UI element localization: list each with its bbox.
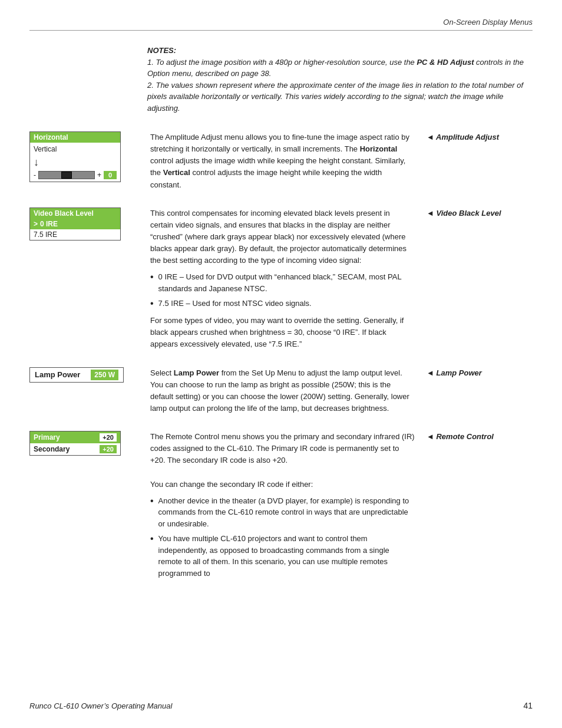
rc-primary-label: Primary <box>34 433 100 442</box>
slider-minus: - <box>34 171 36 179</box>
page-header: On-Screen Display Menus <box>29 18 533 27</box>
slider-thumb <box>61 172 72 179</box>
vbl-section: Video Black Level > 0 IRE 7.5 IRE This c… <box>29 207 533 351</box>
page-container: On-Screen Display Menus NOTES: 1. To adj… <box>0 0 562 728</box>
slider-track <box>38 171 95 179</box>
amplitude-vertical-bold: Vertical <box>163 168 190 177</box>
vbl-menu-header: Video Black Level <box>30 208 120 219</box>
vbl-selected-arrow: > <box>34 220 38 228</box>
lamp-right-label: Lamp Power <box>427 367 533 377</box>
amplitude-menu-box: Horizontal Vertical ↓ - + 0 <box>29 131 121 182</box>
vbl-description: This control compensates for incoming el… <box>150 207 415 351</box>
header-title: On-Screen Display Menus <box>443 18 533 27</box>
amplitude-left-panel: Horizontal Vertical ↓ - + 0 <box>29 131 138 182</box>
note-1: 1. To adjust the image position with a 4… <box>147 58 524 78</box>
rc-right-label: Remote Control <box>427 431 533 441</box>
lamp-value: 250 W <box>91 370 118 380</box>
lamp-label: Lamp Power <box>35 370 80 379</box>
amplitude-description: The Amplitude Adjust menu allows you to … <box>150 131 415 191</box>
bullet-dot-1: • <box>150 271 154 284</box>
notes-section: NOTES: 1. To adjust the image position w… <box>147 45 533 114</box>
rc-bullet-1-text: Another device in the theater (a DVD pla… <box>158 495 415 530</box>
lamp-left-panel: Lamp Power 250 W <box>29 367 138 383</box>
vbl-bullet-1: • 0 IRE – Used for DVD output with “enha… <box>150 271 415 294</box>
rc-menu-box: Primary +20 Secondary +20 <box>29 431 121 456</box>
vbl-desc-after: For some types of video, you may want to… <box>150 316 404 348</box>
note-1-bold: PC & HD Adjust <box>416 58 474 67</box>
amplitude-menu-header: Horizontal <box>30 132 120 143</box>
lamp-menu-box: Lamp Power 250 W <box>29 367 124 383</box>
footer-left: Runco CL-610 Owner’s Operating Manual <box>29 701 172 710</box>
vbl-right-label: Video Black Level <box>427 207 533 218</box>
vbl-75ire-label: 7.5 IRE <box>34 230 57 239</box>
slider-plus: + <box>97 171 101 179</box>
rc-bullet-list: • Another device in the theater (a DVD p… <box>150 495 415 579</box>
amplitude-vertical-item: Vertical <box>34 145 117 156</box>
vbl-desc-text: This control compensates for incoming el… <box>150 209 406 265</box>
vbl-bullet-1-text: 0 IRE – Used for DVD output with “enhanc… <box>158 271 415 294</box>
lamp-description: Select Lamp Power from the Set Up Menu t… <box>150 367 415 415</box>
rc-secondary-value: +20 <box>100 445 117 453</box>
amplitude-right-label: Amplitude Adjust <box>427 131 533 141</box>
notes-title: NOTES: <box>147 46 176 55</box>
amplitude-adjust-section: Horizontal Vertical ↓ - + 0 The Amplitud… <box>29 131 533 191</box>
vbl-item-75ire: 7.5 IRE <box>30 229 120 240</box>
page-footer: Runco CL-610 Owner’s Operating Manual 41 <box>29 701 533 710</box>
rc-primary-row: Primary +20 <box>30 431 120 443</box>
amplitude-horizontal-bold: Horizontal <box>360 144 398 153</box>
lamp-bold: Lamp Power <box>174 368 219 377</box>
amplitude-arrow-down: ↓ <box>34 156 117 169</box>
vbl-bullet-2: • 7.5 IRE – Used for most NTSC video sig… <box>150 298 415 310</box>
lamp-section: Lamp Power 250 W Select Lamp Power from … <box>29 367 533 415</box>
footer-page-number: 41 <box>523 701 533 710</box>
vbl-item-0ire-selected: > 0 IRE <box>30 219 120 229</box>
rc-secondary-row: Secondary +20 <box>30 443 120 455</box>
rc-bullet-1: • Another device in the theater (a DVD p… <box>150 495 415 530</box>
rc-bullet-dot-2: • <box>150 533 154 545</box>
slider-value: 0 <box>104 171 117 179</box>
rc-bullet-2: • You have multiple CL-610 projectors an… <box>150 533 415 579</box>
rc-desc-part1: The Remote Control menu shows you the pr… <box>150 432 415 465</box>
vbl-menu-box: Video Black Level > 0 IRE 7.5 IRE <box>29 207 121 241</box>
vbl-0ire-label: 0 IRE <box>40 220 58 228</box>
bullet-dot-2: • <box>150 298 154 310</box>
rc-bullet-dot-1: • <box>150 495 154 508</box>
vbl-bullet-2-text: 7.5 IRE – Used for most NTSC video signa… <box>158 298 312 309</box>
note-2: 2. The values shown represent where the … <box>147 81 523 113</box>
vbl-left-panel: Video Black Level > 0 IRE 7.5 IRE <box>29 207 138 241</box>
header-rule <box>29 30 533 31</box>
rc-secondary-label: Secondary <box>34 445 100 453</box>
rc-bullet-2-text: You have multiple CL-610 projectors and … <box>158 533 415 579</box>
rc-primary-value: +20 <box>100 433 117 442</box>
amplitude-slider-row: - + 0 <box>34 171 117 179</box>
rc-description: The Remote Control menu shows you the pr… <box>150 431 415 584</box>
vbl-bullet-list: • 0 IRE – Used for DVD output with “enha… <box>150 271 415 310</box>
rc-section: Primary +20 Secondary +20 The Remote Con… <box>29 431 533 584</box>
rc-left-panel: Primary +20 Secondary +20 <box>29 431 138 456</box>
rc-desc-part2: You can change the secondary IR code if … <box>150 480 313 489</box>
